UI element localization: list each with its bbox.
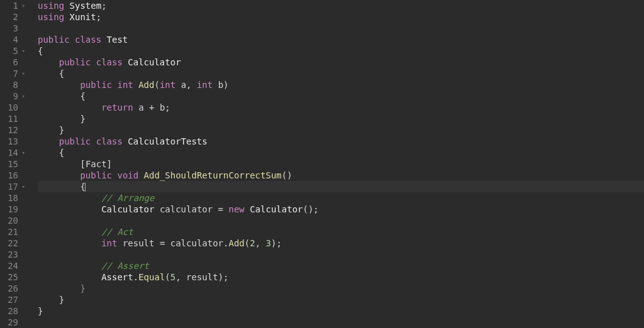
code-line[interactable]: } bbox=[38, 124, 644, 136]
line-number: 19 bbox=[8, 204, 25, 215]
code-line[interactable]: { bbox=[38, 181, 644, 192]
code-token: ( bbox=[165, 272, 170, 282]
code-token: using bbox=[38, 1, 70, 11]
code-line[interactable]: } bbox=[38, 113, 644, 124]
code-line[interactable]: public void Add_ShouldReturnCorrectSum() bbox=[38, 170, 644, 181]
line-number: 8 bbox=[8, 79, 25, 90]
code-token: ] bbox=[107, 159, 112, 169]
code-line[interactable] bbox=[38, 215, 644, 226]
code-line[interactable]: { bbox=[38, 45, 644, 57]
code-token: { bbox=[38, 148, 64, 158]
code-token: // Assert bbox=[101, 261, 149, 271]
code-line[interactable]: public int Add(int a, int b) bbox=[38, 79, 644, 90]
line-number: 21 bbox=[8, 226, 25, 238]
line-number: 6 bbox=[8, 57, 25, 68]
code-token bbox=[38, 238, 101, 248]
code-line[interactable]: { bbox=[38, 68, 644, 79]
code-line[interactable]: [Fact] bbox=[38, 158, 644, 170]
code-token: new bbox=[228, 204, 250, 214]
code-line[interactable]: { bbox=[38, 90, 644, 102]
code-token: using bbox=[38, 12, 70, 22]
fold-toggle-icon[interactable]: ▾ bbox=[20, 0, 25, 11]
code-line[interactable] bbox=[38, 317, 644, 328]
code-token: public class bbox=[59, 57, 128, 67]
line-number: 2 bbox=[8, 11, 25, 23]
code-line[interactable]: } bbox=[38, 294, 644, 305]
code-token: Equal bbox=[138, 272, 165, 282]
code-line[interactable]: return a + b; bbox=[38, 102, 644, 113]
code-token: System bbox=[70, 1, 102, 11]
code-line[interactable]: using System; bbox=[38, 0, 644, 11]
code-line[interactable]: // Act bbox=[38, 226, 644, 238]
code-token: 3 bbox=[266, 238, 271, 248]
code-line[interactable]: } bbox=[38, 305, 644, 317]
code-area[interactable]: using System;using Xunit;public class Te… bbox=[30, 0, 644, 328]
code-line[interactable]: } bbox=[38, 283, 644, 294]
code-line[interactable]: // Arrange bbox=[38, 192, 644, 204]
code-token: ( bbox=[245, 238, 250, 248]
line-number: 13 bbox=[8, 136, 25, 147]
line-number: 23 bbox=[8, 249, 25, 260]
line-number: 24 bbox=[8, 260, 25, 271]
code-token: ( bbox=[154, 80, 159, 90]
line-number: 3 bbox=[8, 23, 25, 34]
code-line[interactable]: Calculator calculator = new Calculator()… bbox=[38, 204, 644, 215]
code-line[interactable]: public class Test bbox=[38, 34, 644, 45]
code-token: public class bbox=[38, 35, 107, 45]
line-number: 29 bbox=[8, 317, 25, 328]
code-line[interactable]: public class Calculator bbox=[38, 57, 644, 68]
code-line[interactable]: { bbox=[38, 147, 644, 158]
code-token: return bbox=[101, 102, 138, 112]
code-token bbox=[38, 170, 80, 180]
line-number: 27 bbox=[8, 294, 25, 305]
fold-toggle-icon[interactable]: ▾ bbox=[20, 45, 25, 57]
line-number: 12 bbox=[8, 124, 25, 136]
code-line[interactable]: Assert.Equal(5, result); bbox=[38, 271, 644, 283]
line-number: 4 bbox=[8, 34, 25, 45]
code-token: CalculatorTests bbox=[128, 136, 207, 146]
code-line[interactable] bbox=[38, 249, 644, 260]
code-token: { bbox=[38, 91, 86, 101]
code-line[interactable] bbox=[38, 23, 644, 34]
code-token: , bbox=[255, 238, 266, 248]
code-token bbox=[38, 159, 80, 169]
code-line[interactable]: // Assert bbox=[38, 260, 644, 271]
code-token bbox=[38, 136, 59, 146]
text-caret bbox=[85, 183, 86, 192]
line-number: 26 bbox=[8, 283, 25, 294]
code-token: int bbox=[160, 80, 181, 90]
code-token: Add bbox=[138, 80, 154, 90]
code-token: b bbox=[218, 80, 223, 90]
code-editor[interactable]: 1▾2345▾67▾89▾1011121314▾151617▾181920212… bbox=[0, 0, 644, 328]
code-token: Test bbox=[107, 35, 128, 45]
code-token: b bbox=[154, 102, 165, 112]
code-token bbox=[38, 102, 101, 112]
line-number: 5▾ bbox=[8, 45, 25, 57]
fold-toggle-icon[interactable]: ▾ bbox=[20, 181, 25, 192]
fold-toggle-icon[interactable]: ▾ bbox=[20, 90, 25, 102]
code-token: , bbox=[186, 80, 197, 90]
fold-toggle-icon[interactable]: ▾ bbox=[20, 147, 25, 158]
code-token bbox=[38, 193, 101, 203]
code-token: public class bbox=[59, 136, 128, 146]
code-token: } bbox=[38, 125, 64, 135]
code-token: a bbox=[181, 80, 186, 90]
line-number: 16 bbox=[8, 170, 25, 181]
code-token: // Act bbox=[101, 227, 133, 237]
code-token: { bbox=[38, 182, 86, 192]
code-line[interactable]: int result = calculator.Add(2, 3); bbox=[38, 238, 644, 249]
code-line[interactable]: public class CalculatorTests bbox=[38, 136, 644, 147]
code-token: int bbox=[117, 80, 138, 90]
code-token: void bbox=[117, 170, 143, 180]
code-token: Add_ShouldReturnCorrectSum bbox=[144, 170, 282, 180]
code-token bbox=[38, 204, 101, 214]
fold-toggle-icon[interactable]: ▾ bbox=[20, 68, 25, 79]
code-token: 2 bbox=[250, 238, 255, 248]
code-token: = bbox=[218, 204, 223, 214]
code-token: ); bbox=[271, 238, 282, 248]
code-token bbox=[38, 57, 59, 67]
code-token: ; bbox=[96, 12, 101, 22]
code-line[interactable]: using Xunit; bbox=[38, 11, 644, 23]
code-token: { bbox=[38, 46, 43, 56]
line-number: 14▾ bbox=[8, 147, 25, 158]
